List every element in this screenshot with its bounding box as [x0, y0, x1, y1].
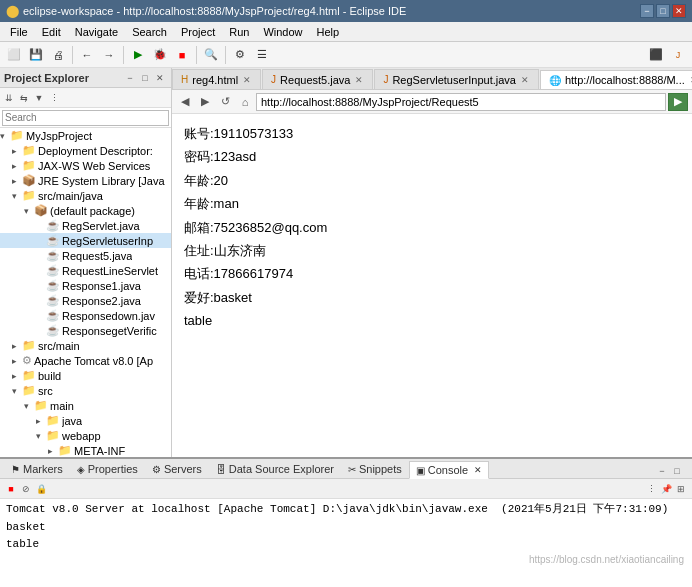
toolbar-run[interactable]: ▶ — [128, 45, 148, 65]
tree-item[interactable]: ▾ 📦 (default package) — [0, 203, 171, 218]
menu-navigate[interactable]: Navigate — [69, 24, 124, 40]
toolbar-debug[interactable]: 🐞 — [150, 45, 170, 65]
browser-back[interactable]: ◀ — [176, 93, 194, 111]
tree-item[interactable]: ☕ RegServletuserInp — [0, 233, 171, 248]
tree-item[interactable]: ▾ 📁 MyJspProject — [0, 128, 171, 143]
tree-item[interactable]: ▸ 📁 META-INF — [0, 443, 171, 457]
browser-home[interactable]: ⌂ — [236, 93, 254, 111]
tree-item[interactable]: ☕ ResponsegetVerific — [0, 323, 171, 338]
tree-item[interactable]: ▸ 📦 JRE System Library [Java — [0, 173, 171, 188]
console-view-menu[interactable]: ⋮ — [644, 482, 658, 496]
console-scroll-lock[interactable]: 🔒 — [34, 482, 48, 496]
menu-help[interactable]: Help — [311, 24, 346, 40]
bottom-tab-snippets[interactable]: ✂ Snippets — [341, 460, 409, 478]
tree-arrow: ▾ — [24, 206, 34, 216]
bottom-tab-markers[interactable]: ⚑ Markers — [4, 460, 70, 478]
toolbar-stop[interactable]: ■ — [172, 45, 192, 65]
tree-item[interactable]: ▸ 📁 java — [0, 413, 171, 428]
sidebar-link-editor[interactable]: ⇆ — [17, 91, 31, 105]
bottom-minimize[interactable]: − — [655, 464, 669, 478]
tab-reg4[interactable]: H reg4.html ✕ — [172, 69, 261, 89]
sidebar-close[interactable]: ✕ — [153, 71, 167, 85]
maximize-button[interactable]: □ — [656, 4, 670, 18]
toolbar-save[interactable]: 💾 — [26, 45, 46, 65]
toolbar-java[interactable]: J — [668, 45, 688, 65]
sidebar-minimize[interactable]: − — [123, 71, 137, 85]
bottom-tab-console[interactable]: ▣ Console ✕ — [409, 461, 489, 479]
tree-label: java — [62, 415, 82, 427]
tree-item[interactable]: ▸ ⚙ Apache Tomcat v8.0 [Ap — [0, 353, 171, 368]
toolbar-new[interactable]: ⬜ — [4, 45, 24, 65]
close-button[interactable]: ✕ — [672, 4, 686, 18]
menu-edit[interactable]: Edit — [36, 24, 67, 40]
sidebar-toolbar: ⇊ ⇆ ▼ ⋮ — [0, 88, 171, 108]
content-line-2: 密码:123asd — [184, 145, 680, 168]
toolbar-search[interactable]: 🔍 — [201, 45, 221, 65]
tree-item[interactable]: ▸ 📁 src/main — [0, 338, 171, 353]
tab-browser[interactable]: 🌐 http://localhost:8888/M... ✕ — [540, 70, 692, 90]
tab-regservlet-label: RegServletuserInput.java — [392, 74, 516, 86]
tree-item[interactable]: ▾ 📁 src — [0, 383, 171, 398]
bottom-tab-properties[interactable]: ◈ Properties — [70, 460, 145, 478]
tree-arrow: ▸ — [12, 146, 22, 156]
tree-label: src/main/java — [38, 190, 103, 202]
menu-window[interactable]: Window — [257, 24, 308, 40]
tree-item[interactable]: ▸ 📁 Deployment Descriptor: — [0, 143, 171, 158]
sidebar-filter[interactable]: ▼ — [32, 91, 46, 105]
menu-project[interactable]: Project — [175, 24, 221, 40]
tree-icon: 📁 — [22, 189, 36, 202]
tree-item[interactable]: ☕ RequestLineServlet — [0, 263, 171, 278]
tree-icon: 📁 — [58, 444, 72, 457]
main-toolbar: ⬜ 💾 🖨 ← → ▶ 🐞 ■ 🔍 ⚙ ☰ ⬛ J — [0, 42, 692, 68]
tree-item[interactable]: ☕ Request5.java — [0, 248, 171, 263]
sidebar-collapse-all[interactable]: ⇊ — [2, 91, 16, 105]
console-pin[interactable]: 📌 — [659, 482, 673, 496]
tab-regservlet-close[interactable]: ✕ — [520, 74, 530, 86]
tree-arrow: ▸ — [12, 161, 22, 171]
tree-icon: 📁 — [46, 429, 60, 442]
menu-search[interactable]: Search — [126, 24, 173, 40]
toolbar-print[interactable]: 🖨 — [48, 45, 68, 65]
menu-file[interactable]: File — [4, 24, 34, 40]
console-clear[interactable]: ⊘ — [19, 482, 33, 496]
tree-label: Responsedown.jav — [62, 310, 155, 322]
browser-go[interactable]: ▶ — [668, 93, 688, 111]
watermark: https://blog.csdn.net/xiaotiancailing — [529, 554, 684, 565]
tree-item[interactable]: ▸ 📁 JAX-WS Web Services — [0, 158, 171, 173]
toolbar-perspective[interactable]: ⬛ — [646, 45, 666, 65]
sidebar-view-menu[interactable]: ⋮ — [47, 91, 61, 105]
browser-forward[interactable]: ▶ — [196, 93, 214, 111]
tab-reg4-close[interactable]: ✕ — [242, 74, 252, 86]
tree-item[interactable]: ▾ 📁 src/main/java — [0, 188, 171, 203]
tree-item[interactable]: ☕ Response1.java — [0, 278, 171, 293]
address-input[interactable] — [256, 93, 666, 111]
tree-icon: 📦 — [22, 174, 36, 187]
sidebar-maximize[interactable]: □ — [138, 71, 152, 85]
bottom-tab-servers[interactable]: ⚙ Servers — [145, 460, 209, 478]
console-stop[interactable]: ■ — [4, 482, 18, 496]
tab-request5-icon: J — [271, 74, 276, 85]
bottom-tab-datasource[interactable]: 🗄 Data Source Explorer — [209, 460, 341, 478]
console-close[interactable]: ✕ — [474, 465, 482, 475]
toolbar-misc1[interactable]: ⚙ — [230, 45, 250, 65]
tree-item[interactable]: ☕ Responsedown.jav — [0, 308, 171, 323]
tree-item[interactable]: ☕ Response2.java — [0, 293, 171, 308]
minimize-button[interactable]: − — [640, 4, 654, 18]
tree-item[interactable]: ▸ 📁 build — [0, 368, 171, 383]
toolbar-misc2[interactable]: ☰ — [252, 45, 272, 65]
tab-request5-close[interactable]: ✕ — [354, 74, 364, 86]
tree-item[interactable]: ☕ RegServlet.java — [0, 218, 171, 233]
toolbar-back[interactable]: ← — [77, 45, 97, 65]
sidebar-search-input[interactable] — [2, 110, 169, 126]
tab-regservlet[interactable]: J RegServletuserInput.java ✕ — [374, 69, 539, 89]
toolbar-forward[interactable]: → — [99, 45, 119, 65]
browser-refresh[interactable]: ↺ — [216, 93, 234, 111]
tree-item[interactable]: ▾ 📁 webapp — [0, 428, 171, 443]
toolbar-sep2 — [123, 46, 124, 64]
console-expand[interactable]: ⊞ — [674, 482, 688, 496]
menu-run[interactable]: Run — [223, 24, 255, 40]
tab-regservlet-icon: J — [383, 74, 388, 85]
bottom-maximize[interactable]: □ — [670, 464, 684, 478]
tree-item[interactable]: ▾ 📁 main — [0, 398, 171, 413]
tab-request5[interactable]: J Request5.java ✕ — [262, 69, 373, 89]
